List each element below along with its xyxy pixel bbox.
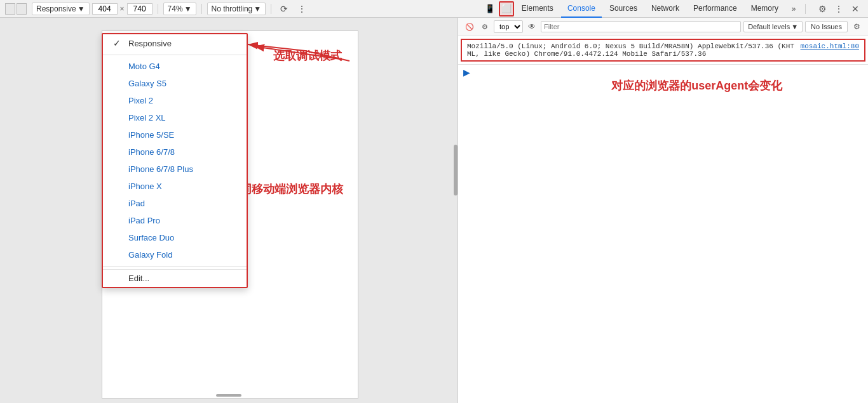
levels-arrow-icon: ▼ — [791, 23, 798, 30]
customize-devtools-icon[interactable]: ⋮ — [831, 1, 846, 17]
clear-console-icon[interactable]: 🚫 — [463, 20, 476, 33]
more-options-btn[interactable]: ⋮ — [294, 1, 309, 17]
separator-1 — [158, 4, 158, 14]
right-panel: 🚫 ⚙ top 👁 Default levels ▼ No Issues ⚙ — [458, 18, 868, 403]
width-input[interactable] — [92, 3, 118, 15]
dropdown-separator — [103, 55, 247, 55]
dropdown-item-pixel2[interactable]: Pixel 2 — [103, 92, 247, 109]
responsive-label: Responsive — [36, 4, 76, 13]
dropdown-item-galaxys5[interactable]: Galaxy S5 — [103, 75, 247, 92]
rotate-icon-btn[interactable]: ⟳ — [276, 1, 292, 17]
log-levels-btn[interactable]: Default levels ▼ — [743, 21, 803, 32]
tab-memory[interactable]: Memory — [745, 0, 785, 18]
dimension-separator: × — [120, 4, 125, 13]
zoom-dropdown-btn[interactable]: 74% ▼ — [163, 3, 196, 15]
toolbar-left: Responsive ▼ × 74% ▼ No throttling ▼ ⟳ ⋮ — [5, 1, 480, 17]
dropdown-separator-2 — [103, 266, 247, 267]
throttle-arrow-icon: ▼ — [254, 4, 261, 13]
no-issues-btn[interactable]: No Issues — [805, 21, 848, 32]
more-tabs-icon[interactable]: » — [786, 1, 801, 17]
dropdown-item-ipad[interactable]: iPad — [103, 195, 247, 212]
dropdown-item-iphone5se[interactable]: iPhone 5/SE — [103, 126, 247, 143]
resize-handle[interactable] — [216, 394, 241, 397]
separator-2 — [201, 4, 202, 14]
console-gear-icon[interactable]: ⚙ — [850, 20, 863, 33]
separator-3 — [271, 4, 271, 14]
dropdown-item-surfaceduo[interactable]: Surface Duo — [103, 229, 247, 246]
tab-performance[interactable]: Performance — [687, 0, 743, 18]
settings-icon[interactable]: ⚙ — [815, 1, 830, 17]
close-devtools-icon[interactable]: ✕ — [848, 1, 863, 17]
dropdown-item-iphone678[interactable]: iPhone 6/7/8 — [103, 143, 247, 161]
zoom-arrow-icon: ▼ — [184, 4, 192, 13]
mobile-toggle-icon[interactable]: 📱 — [482, 1, 498, 17]
check-icon: ✓ — [113, 38, 123, 48]
devtools-toolbar: Responsive ▼ × 74% ▼ No throttling ▼ ⟳ ⋮… — [0, 0, 868, 18]
dropdown-arrow-icon: ▼ — [78, 4, 85, 13]
console-log-entry: Mozilla/5.0 (Linux; Android 6.0; Nexus 5… — [461, 39, 865, 62]
dropdown-item-motog4[interactable]: Moto G4 — [103, 58, 247, 75]
dropdown-item-iphone678plus[interactable]: iPhone 6/7/8 Plus — [103, 161, 247, 178]
console-filter-input[interactable] — [541, 21, 741, 32]
prompt-arrow-icon: ▶ — [463, 67, 470, 77]
zoom-label: 74% — [168, 4, 183, 13]
left-panel: ✓ Responsive Moto G4 Galaxy S5 Pixel 2 P… — [0, 18, 458, 403]
responsive-dropdown-btn[interactable]: Responsive ▼ — [32, 3, 90, 15]
col-indicator-1 — [5, 3, 15, 15]
dropdown-item-pixel2xl[interactable]: Pixel 2 XL — [103, 109, 247, 126]
dropdown-item-iphonex[interactable]: iPhone X — [103, 178, 247, 195]
log-text: Mozilla/5.0 (Linux; Android 6.0; Nexus 5… — [467, 43, 796, 58]
col-indicator-2 — [17, 3, 27, 15]
right-panel-wrapper: 🚫 ⚙ top 👁 Default levels ▼ No Issues ⚙ — [458, 18, 868, 403]
console-prompt: ▶ — [458, 64, 868, 80]
context-selector[interactable]: top — [494, 20, 523, 33]
console-settings-icon[interactable]: ⚙ — [478, 20, 491, 33]
console-toolbar: 🚫 ⚙ top 👁 Default levels ▼ No Issues ⚙ — [458, 18, 868, 36]
main-area: ✓ Responsive Moto G4 Galaxy S5 Pixel 2 P… — [0, 18, 868, 403]
eye-icon[interactable]: 👁 — [526, 20, 538, 33]
dropdown-item-ipadpro[interactable]: iPad Pro — [103, 212, 247, 229]
tab-sources[interactable]: Sources — [603, 0, 644, 18]
devtools-tabs: 📱 ⬜ Elements Console Sources Network Per… — [482, 0, 863, 18]
throttle-label: No throttling — [212, 4, 253, 13]
tab-elements[interactable]: Elements — [515, 0, 560, 18]
device-dropdown-menu: ✓ Responsive Moto G4 Galaxy S5 Pixel 2 P… — [102, 33, 248, 288]
separator-4 — [805, 4, 806, 14]
throttle-dropdown-btn[interactable]: No throttling ▼ — [207, 3, 266, 15]
tab-console[interactable]: Console — [561, 0, 602, 18]
device-toolbar-icon[interactable]: ⬜ — [499, 1, 514, 17]
console-content: Mozilla/5.0 (Linux; Android 6.0; Nexus 5… — [458, 36, 868, 403]
height-input[interactable] — [127, 3, 153, 15]
dropdown-item-responsive[interactable]: ✓ Responsive — [103, 34, 247, 52]
log-link[interactable]: mosaic.html:80 — [801, 43, 859, 58]
tab-network[interactable]: Network — [645, 0, 686, 18]
dropdown-item-edit[interactable]: Edit... — [103, 269, 247, 287]
dropdown-item-galaxyfold[interactable]: Galaxy Fold — [103, 246, 247, 263]
